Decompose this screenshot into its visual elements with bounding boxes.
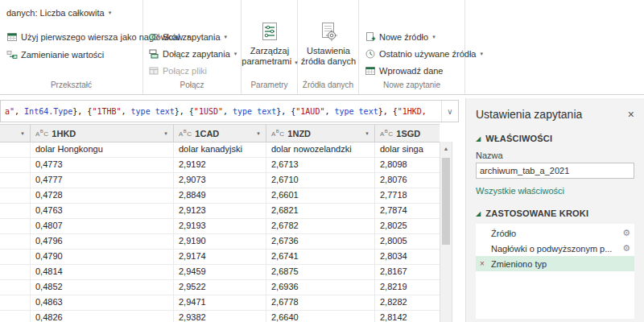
- table-cell[interactable]: 0,4790: [31, 250, 174, 264]
- column-header-1NZD[interactable]: ABC1NZD▾: [266, 125, 375, 142]
- table-cell[interactable]: 2,6601: [266, 188, 375, 203]
- expand-formula-bar-button[interactable]: ∨: [441, 101, 458, 122]
- table-cell[interactable]: dolar singa: [375, 142, 440, 157]
- column-type-icon[interactable]: ABC: [35, 129, 48, 138]
- table-cell[interactable]: 2,6713: [266, 158, 375, 172]
- table-cell[interactable]: 2,7874: [375, 204, 440, 218]
- table-cell[interactable]: [0, 219, 31, 233]
- table-cell[interactable]: 0,4863: [31, 295, 174, 310]
- table-cell[interactable]: 2,6710: [266, 173, 375, 188]
- table-cell[interactable]: dolar nowozelandzki: [266, 142, 375, 157]
- append-queries-button[interactable]: Dołącz zapytania ▾: [148, 46, 237, 62]
- filter-dropdown-icon[interactable]: ▾: [17, 128, 28, 139]
- table-cell[interactable]: 2,9174: [174, 250, 266, 264]
- table-cell[interactable]: 2,9190: [174, 234, 266, 249]
- table-cell[interactable]: 0,4826: [31, 311, 174, 322]
- table-cell[interactable]: [0, 188, 31, 203]
- table-cell[interactable]: 2,6640: [266, 311, 375, 322]
- gear-icon[interactable]: ⚙: [622, 243, 630, 254]
- table-cell[interactable]: [0, 234, 31, 249]
- table-cell[interactable]: 2,9459: [174, 265, 266, 279]
- applied-step[interactable]: Źródło⚙: [476, 225, 634, 241]
- table-cell[interactable]: 2,8076: [375, 173, 440, 188]
- table-cell[interactable]: 0,4728: [31, 188, 174, 203]
- table-cell[interactable]: 2,8142: [375, 311, 440, 322]
- column-header-partial[interactable]: ▾: [0, 125, 31, 142]
- table-cell[interactable]: 2,8282: [375, 295, 440, 310]
- table-cell[interactable]: [0, 204, 31, 218]
- table-cell[interactable]: 2,6741: [266, 250, 375, 264]
- table-cell[interactable]: 0,4814: [31, 265, 174, 279]
- table-cell[interactable]: 2,9192: [174, 158, 266, 172]
- recent-sources-icon: [365, 48, 376, 60]
- merge-queries-button[interactable]: Scal zapytania ▾: [148, 29, 227, 45]
- table-cell[interactable]: 0,4852: [31, 280, 174, 295]
- scrollbar-thumb[interactable]: [442, 158, 450, 245]
- filter-dropdown-icon[interactable]: ▾: [160, 128, 171, 139]
- table-cell[interactable]: 2,8034: [375, 250, 440, 264]
- enter-data-button[interactable]: Wprowadź dane: [365, 63, 444, 79]
- table-cell[interactable]: 2,7718: [375, 188, 440, 203]
- table-cell[interactable]: 2,6736: [266, 234, 375, 249]
- table-cell[interactable]: 0,4796: [31, 234, 174, 249]
- scroll-up-button[interactable]: ▲: [440, 142, 452, 155]
- table-cell[interactable]: 2,9471: [174, 295, 266, 310]
- applied-step[interactable]: ×Zmieniono typ: [476, 256, 634, 271]
- column-header-1CAD[interactable]: ABC1CAD▾: [174, 125, 266, 142]
- table-cell[interactable]: 0,4763: [31, 204, 174, 218]
- vertical-scrollbar[interactable]: ▲: [440, 142, 452, 322]
- table-cell[interactable]: [0, 265, 31, 279]
- table-cell[interactable]: dolar Hongkongu: [31, 142, 174, 157]
- table-cell[interactable]: [0, 280, 31, 295]
- data-type-dropdown[interactable]: danych: Liczba całkowita ▾: [6, 5, 111, 21]
- table-cell[interactable]: [0, 142, 31, 157]
- formula-bar[interactable]: a", Int64.Type}, {"1THB", type text}, {"…: [0, 100, 459, 122]
- table-cell[interactable]: 2,9522: [174, 280, 266, 295]
- merge-queries-icon: [148, 31, 159, 43]
- delete-step-icon[interactable]: ×: [480, 259, 489, 268]
- column-header-1SGD[interactable]: ABC1SGD▾: [375, 125, 440, 142]
- all-properties-link[interactable]: Wszystkie właściwości: [476, 186, 564, 196]
- column-type-icon[interactable]: ABC: [380, 129, 393, 138]
- table-cell[interactable]: 0,4773: [31, 158, 174, 172]
- table-cell[interactable]: [0, 250, 31, 264]
- column-type-icon[interactable]: ABC: [271, 129, 284, 138]
- table-cell[interactable]: [0, 295, 31, 310]
- properties-section-header[interactable]: ◢ WŁAŚCIWOŚCI: [476, 134, 634, 143]
- manage-parameters-button[interactable]: Zarządzaj parametrami ▾: [242, 21, 298, 68]
- table-cell[interactable]: 2,6875: [266, 265, 375, 279]
- table-cell[interactable]: 2,9193: [174, 219, 266, 233]
- table-cell[interactable]: 0,4777: [31, 173, 174, 188]
- data-source-settings-button[interactable]: Ustawienia źródła danych: [300, 21, 357, 68]
- applied-steps-section-header[interactable]: ◢ ZASTOSOWANE KROKI: [476, 208, 634, 218]
- table-cell[interactable]: 2,8005: [375, 234, 440, 249]
- column-type-icon[interactable]: ABC: [179, 129, 192, 138]
- table-cell[interactable]: 2,9382: [174, 311, 266, 322]
- table-cell[interactable]: 0,4807: [31, 219, 174, 233]
- close-icon[interactable]: ×: [628, 109, 634, 120]
- column-header-1HKD[interactable]: ABC1HKD▾: [31, 125, 174, 142]
- table-cell[interactable]: 2,9123: [174, 204, 266, 218]
- table-cell[interactable]: [0, 173, 31, 188]
- filter-dropdown-icon[interactable]: ▾: [253, 128, 264, 139]
- table-cell[interactable]: 2,8849: [174, 188, 266, 203]
- table-cell[interactable]: 2,6821: [266, 204, 375, 218]
- new-source-button[interactable]: Nowe źródło ▾: [365, 29, 436, 45]
- formula-text[interactable]: a", Int64.Type}, {"1THB", type text}, {"…: [1, 101, 441, 122]
- table-cell[interactable]: [0, 158, 31, 172]
- table-cell[interactable]: [0, 311, 31, 322]
- table-cell[interactable]: 2,6936: [266, 280, 375, 295]
- replace-values-button[interactable]: Zamienianie wartości: [6, 47, 104, 63]
- applied-step[interactable]: Nagłówki o podwyższonym p...⚙: [476, 241, 634, 256]
- filter-dropdown-icon[interactable]: ▾: [361, 128, 373, 139]
- query-name-input[interactable]: [476, 163, 634, 179]
- table-cell[interactable]: 2,6782: [266, 219, 375, 233]
- table-cell[interactable]: 2,8025: [375, 219, 440, 233]
- table-cell[interactable]: 2,6778: [266, 295, 375, 310]
- table-cell[interactable]: 2,8167: [375, 265, 440, 279]
- table-cell[interactable]: 2,9073: [174, 173, 266, 188]
- table-cell[interactable]: dolar kanadyjski: [174, 142, 266, 157]
- table-cell[interactable]: 2,8098: [375, 158, 440, 172]
- table-cell[interactable]: 2,8219: [375, 280, 440, 295]
- gear-icon[interactable]: ⚙: [622, 228, 630, 238]
